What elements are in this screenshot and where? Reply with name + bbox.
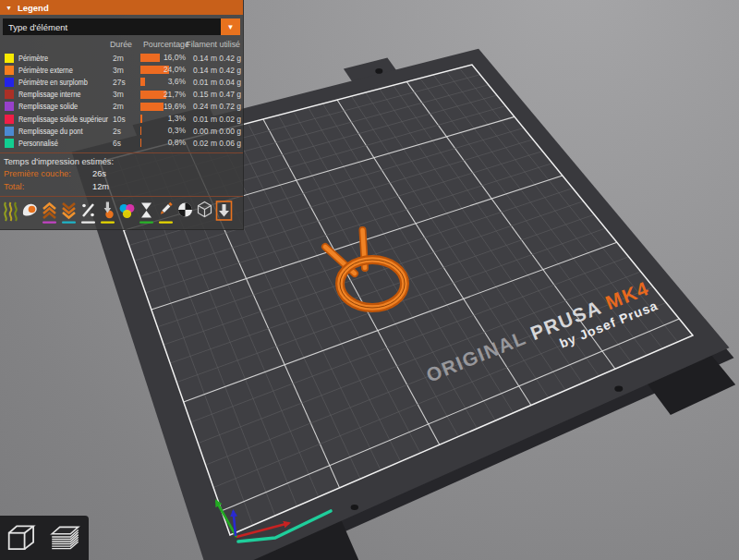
percentage-bar — [140, 103, 164, 111]
column-duration: Durée — [110, 40, 138, 49]
wipe-icon[interactable] — [20, 200, 40, 225]
view-mode-toolbar — [0, 516, 89, 560]
legend-row: Remplissage du pont 2s 0,3% 0.00 m 0.00 … — [0, 125, 243, 137]
first-layer-value: 26s — [92, 168, 106, 179]
feature-filament-weight: 0.00 g — [217, 127, 241, 136]
preview-view-button[interactable] — [45, 518, 86, 557]
feature-duration: 2m — [110, 54, 138, 63]
feature-filament-weight: 0.72 g — [217, 102, 241, 111]
percentage-bar — [140, 54, 160, 62]
feature-filament-length: 0.01 m — [186, 115, 217, 124]
feature-duration: 10s — [110, 115, 138, 124]
feature-percentage: 1,3% — [168, 113, 186, 125]
feature-filament-weight: 0.42 g — [217, 66, 241, 75]
first-layer-row: Première couche: 26s — [0, 167, 243, 180]
percentage-bar — [140, 127, 141, 135]
feature-label: Périmètre en surplomb — [18, 78, 98, 87]
legend-header[interactable]: ▼ Legend — [0, 0, 243, 15]
feature-label: Personnalisé — [18, 139, 98, 148]
legend-row: Remplissage solide 2m 19,6% 0.24 m 0.72 … — [0, 101, 243, 113]
legend-row: Remplissage solide supérieur 10s 1,3% 0.… — [0, 113, 243, 125]
feature-color-swatch — [5, 115, 14, 124]
travels-icon[interactable] — [1, 200, 20, 225]
feature-filament-weight: 0.04 g — [217, 78, 241, 87]
feature-percentage-cell: 19,6% — [138, 101, 186, 113]
dropdown-arrow-button[interactable]: ▼ — [221, 18, 240, 35]
legend-column-headers: Durée Pourcentage Filament utilisé — [0, 37, 243, 52]
tool-changes-icon[interactable] — [98, 200, 117, 225]
legend-rows: Périmètre 2m 16,0% 0.14 m 0.42 g Périmèt… — [0, 52, 243, 150]
feature-label: Remplissage solide — [18, 102, 98, 111]
feature-percentage: 16,0% — [164, 52, 186, 64]
percentage-bar — [140, 78, 145, 86]
percentage-bar — [140, 91, 166, 99]
retractions-icon[interactable] — [40, 200, 59, 225]
total-time-value: 12m — [92, 181, 109, 192]
legend-row: Périmètre en surplomb 27s 3,6% 0.01 m 0.… — [0, 76, 243, 88]
feature-duration: 2s — [110, 127, 138, 136]
feature-label: Périmètre — [18, 54, 98, 63]
feature-label: Remplissage interne — [18, 90, 98, 99]
feature-percentage-cell: 24,0% — [138, 64, 186, 76]
percentage-bar — [140, 139, 141, 147]
pause-prints-icon[interactable] — [137, 200, 156, 225]
feature-percentage: 21,7% — [164, 89, 186, 101]
feature-percentage: 3,6% — [168, 76, 186, 88]
feature-percentage: 0,8% — [168, 137, 186, 149]
feature-filament-weight: 0.42 g — [217, 54, 241, 63]
feature-duration: 6s — [110, 139, 138, 148]
feature-percentage-cell: 0,8% — [138, 137, 186, 149]
feature-percentage: 19,6% — [164, 101, 186, 113]
feature-duration: 27s — [110, 78, 138, 87]
collapse-arrow-icon: ▼ — [6, 5, 12, 11]
legend-toggle-bar — [0, 197, 243, 229]
seams-icon[interactable] — [79, 200, 98, 225]
feature-color-swatch — [5, 66, 14, 75]
legend-panel: ▼ Legend Type d'élément ▼ Durée Pourcent… — [0, 0, 244, 230]
feature-percentage-cell: 1,3% — [138, 113, 186, 125]
column-filament: Filament utilisé — [186, 40, 241, 49]
feature-filament-length: 0.14 m — [186, 66, 217, 75]
feature-percentage-cell: 0,3% — [138, 125, 186, 137]
legend-title: Legend — [18, 3, 49, 13]
feature-percentage: 24,0% — [164, 64, 186, 76]
percentage-bar — [140, 115, 142, 123]
feature-percentage: 0,3% — [168, 125, 186, 137]
feature-filament-length: 0.14 m — [186, 54, 217, 63]
legend-row: Périmètre 2m 16,0% 0.14 m 0.42 g — [0, 52, 243, 64]
feature-percentage-cell: 3,6% — [138, 76, 186, 88]
view-type-value: Type d'élément — [8, 22, 67, 32]
feature-filament-length: 0.01 m — [186, 78, 217, 87]
total-time-row: Total: 12m — [0, 180, 243, 193]
feature-percentage-cell: 21,7% — [138, 89, 186, 101]
deretractions-icon[interactable] — [59, 200, 79, 225]
feature-percentage-cell: 16,0% — [138, 52, 186, 64]
feature-filament-length: 0.15 m — [186, 90, 217, 99]
legend-row: Personnalisé 6s 0,8% 0.02 m 0.06 g — [0, 137, 243, 149]
feature-color-swatch — [5, 90, 14, 99]
feature-filament-weight: 0.06 g — [217, 139, 241, 148]
feature-filament-length: 0.02 m — [186, 139, 217, 148]
feature-label: Remplissage solide supérieur — [18, 115, 98, 124]
view-type-dropdown[interactable]: Type d'élément ▼ — [3, 18, 240, 35]
custom-gcodes-icon[interactable] — [156, 200, 176, 225]
feature-color-swatch — [5, 78, 14, 87]
estimates-title: Temps d'impression estimés: — [0, 153, 243, 167]
collapse-legend-icon[interactable] — [214, 200, 234, 225]
legend-row: Remplissage interne 3m 21,7% 0.15 m 0.47… — [0, 89, 243, 101]
total-time-label: Total: — [4, 181, 92, 192]
feature-color-swatch — [5, 127, 14, 136]
feature-color-swatch — [5, 54, 14, 63]
3d-editor-view-button[interactable] — [3, 518, 43, 557]
feature-duration: 2m — [110, 102, 138, 111]
shells-icon[interactable] — [195, 200, 214, 225]
feature-label: Périmètre externe — [18, 66, 98, 75]
feature-filament-weight: 0.47 g — [217, 90, 241, 99]
legend-row: Périmètre externe 3m 24,0% 0.14 m 0.42 g — [0, 64, 243, 76]
center-of-gravity-icon[interactable] — [176, 200, 195, 225]
feature-color-swatch — [5, 139, 14, 148]
feature-filament-length: 0.24 m — [186, 102, 217, 111]
feature-label: Remplissage du pont — [18, 127, 98, 136]
feature-duration: 3m — [110, 66, 138, 75]
color-changes-icon[interactable] — [117, 200, 137, 225]
